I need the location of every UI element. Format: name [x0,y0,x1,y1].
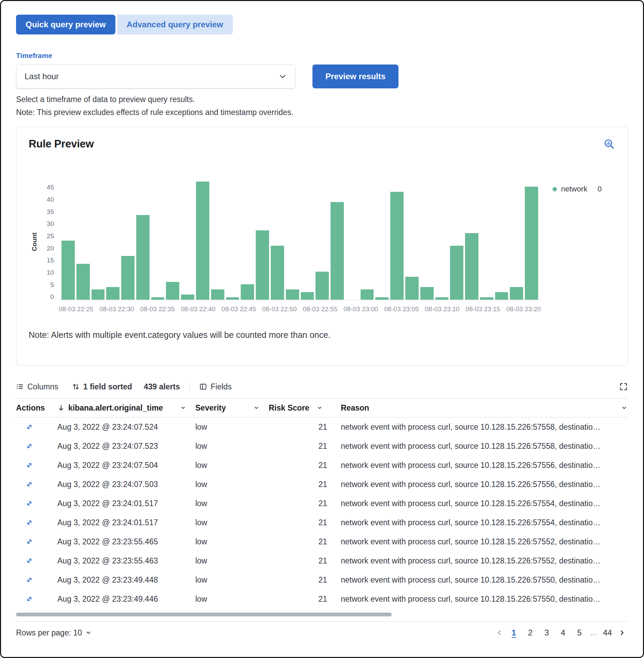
legend-series-name: network [561,185,587,194]
table-footer: Rows per page: 10 12345…44 [16,621,628,644]
alert-severity: low [195,518,269,527]
expand-alert-icon[interactable] [25,595,34,603]
table-row: Aug 3, 2022 @ 23:24:07.504low21network e… [16,456,628,475]
actions-cell [16,575,55,584]
page-button-44[interactable]: 44 [600,625,615,640]
actions-cell [16,442,55,450]
chart-bar [121,256,135,300]
x-tick-label: 08-03 22:35 [140,305,174,313]
table-row: Aug 3, 2022 @ 23:24:01.517low21network e… [16,513,628,532]
timeframe-select[interactable]: Last hour [16,65,295,88]
alert-risk-score: 21 [269,423,332,432]
alert-severity: low [195,537,269,546]
page-button-5[interactable]: 5 [572,625,587,640]
alert-original-time: Aug 3, 2022 @ 23:23:49.446 [55,595,195,604]
y-tick-label: 30 [47,220,54,227]
chart-bar [226,297,239,300]
alert-risk-score: 21 [269,480,332,489]
next-page-icon[interactable] [616,627,628,639]
y-axis-ticks: 454035302520151050 [40,184,59,300]
chart-bar [286,289,299,300]
alert-risk-score: 21 [269,575,332,585]
sorted-fields-button[interactable]: 1 field sorted [72,382,132,391]
chart-bar [420,287,434,300]
columns-button[interactable]: Columns [16,382,58,391]
actions-cell [16,461,55,470]
expand-alert-icon[interactable] [25,575,34,584]
x-tick-label: 08-03 23:15 [465,305,500,313]
column-header-risk-score[interactable]: Risk Score [269,403,332,413]
table-row: Aug 3, 2022 @ 23:23:55.463low21network e… [16,551,628,570]
expand-alert-icon[interactable] [25,442,34,450]
alert-original-time: Aug 3, 2022 @ 23:23:49.448 [55,575,195,585]
column-header-severity[interactable]: Severity [195,403,269,413]
x-tick-label: 08-03 22:45 [222,305,256,313]
expand-alert-icon[interactable] [25,461,34,470]
expand-alert-icon[interactable] [25,537,34,546]
alert-original-time: Aug 3, 2022 @ 23:24:07.523 [55,442,195,451]
chevron-down-icon [85,630,92,636]
alert-reason: network event with process curl, source … [332,595,611,604]
expand-alert-icon[interactable] [25,499,34,508]
rule-preview-panel: Rule Preview Count 454035302520151050 08… [16,127,628,366]
alert-severity: low [195,423,269,432]
y-tick-label: 0 [50,294,54,300]
field-table-icon [199,383,207,390]
alert-reason: network event with process curl, source … [332,480,611,489]
alert-original-time: Aug 3, 2022 @ 23:24:01.517 [55,518,195,527]
query-preview-tabs: Quick query preview Advanced query previ… [16,15,233,34]
chart-bar [495,292,508,300]
x-tick-label: 08-03 22:50 [262,305,297,313]
expand-alert-icon[interactable] [25,480,34,489]
table-header: Actions kibana.alert.original_time Sever… [16,398,628,417]
legend-dot-icon [552,187,557,191]
chart-bar [525,187,538,300]
page-button-4[interactable]: 4 [556,625,571,640]
header-menu-chevron-icon[interactable] [620,404,628,412]
previous-page-icon[interactable] [493,627,505,639]
table-row: Aug 3, 2022 @ 23:23:49.448low21network e… [16,570,628,589]
y-tick-label: 25 [47,233,54,239]
chart-bar [301,292,314,300]
alert-original-time: Aug 3, 2022 @ 23:24:01.517 [55,499,195,508]
timeframe-help-text: Select a timeframe of data to preview qu… [16,94,306,105]
x-tick-label: 08-03 22:30 [99,305,134,313]
actions-cell [16,480,55,489]
alert-original-time: Aug 3, 2022 @ 23:24:07.503 [55,480,195,489]
column-header-reason[interactable]: Reason [332,403,611,413]
rows-per-page-button[interactable]: Rows per page: 10 [16,628,92,638]
page-button-2[interactable]: 2 [523,625,538,640]
chart-bar [465,233,478,300]
expand-alert-icon[interactable] [25,556,34,565]
actions-cell [16,537,55,546]
alert-reason: network event with process curl, source … [332,442,611,451]
alert-severity: low [195,461,269,470]
horizontal-scrollbar[interactable] [16,613,392,616]
fullscreen-icon[interactable] [619,382,628,391]
preview-results-button[interactable]: Preview results [312,65,398,88]
alert-risk-score: 21 [269,537,332,546]
column-header-original-time[interactable]: kibana.alert.original_time [55,403,195,413]
chart-bar [510,287,523,300]
page-button-3[interactable]: 3 [539,625,554,640]
alert-reason: network event with process curl, source … [332,499,611,508]
chart-bar [390,192,404,300]
chart-bar [256,230,269,300]
inspect-icon[interactable] [603,138,615,151]
expand-alert-icon[interactable] [25,423,34,431]
alert-risk-score: 21 [269,595,332,604]
chart-bar [435,297,449,300]
alert-risk-score: 21 [269,461,332,470]
alert-reason: network event with process curl, source … [332,461,611,470]
x-tick-label: 08-03 22:40 [181,305,215,313]
y-tick-label: 10 [47,269,54,276]
tab-advanced-query-preview[interactable]: Advanced query preview [117,15,233,34]
expand-alert-icon[interactable] [25,518,34,527]
chart-bar [76,264,90,300]
fields-button[interactable]: Fields [199,382,232,391]
page-button-1[interactable]: 1 [506,625,521,640]
tab-quick-query-preview[interactable]: Quick query preview [16,15,115,34]
alert-risk-score: 21 [269,442,332,451]
chart-legend-network[interactable]: network 0 [541,185,615,194]
chart-plot-area [59,184,541,300]
